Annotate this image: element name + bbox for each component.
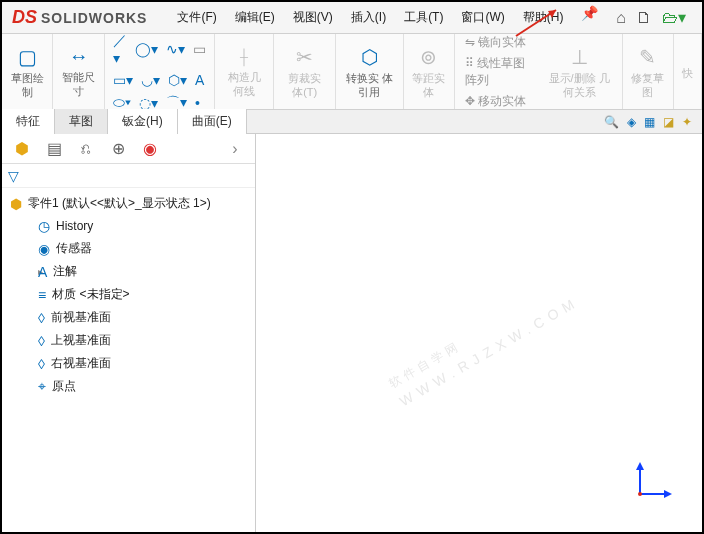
btn-mirror[interactable]: ⇋ 镜向实体 (465, 34, 527, 51)
btn-smart-dimension[interactable]: ↔ 智能尺 寸 (53, 34, 104, 109)
menu-insert[interactable]: 插入(I) (343, 5, 394, 30)
construction-icon: ⟊ (238, 45, 250, 68)
btn-construction-geom[interactable]: ⟊ 构造几 何线 (215, 34, 274, 109)
relations-icon: ⊥ (571, 45, 588, 69)
open-icon[interactable]: 🗁▾ (662, 8, 686, 27)
annotation-icon: A (38, 264, 47, 280)
sketch-entities-group: ／▾ ◯▾ ∿▾ ▭ ▭▾ ◡▾ ⬡▾ A ⬭▾ ◌▾ ⌒▾ • (105, 34, 215, 109)
menu-help[interactable]: 帮助(H) (515, 5, 572, 30)
plane-icon: ◊ (38, 310, 45, 326)
svg-marker-3 (636, 462, 644, 470)
rect-icon[interactable]: ▭ (193, 41, 206, 57)
feature-tree-tab-icon[interactable]: ⬢ (6, 139, 38, 158)
btn-move[interactable]: ✥ 移动实体 (465, 93, 527, 110)
view-orient-icon[interactable]: ◈ (627, 115, 636, 129)
btn-repair-sketch[interactable]: ✎ 修复草 图 (623, 34, 674, 109)
circle-icon[interactable]: ◯▾ (135, 41, 158, 57)
home-icon[interactable]: ⌂ (616, 9, 626, 27)
arc-icon[interactable]: ◡▾ (141, 72, 160, 88)
modify-sublist: ⇋ 镜向实体 ⠿ 线性草图阵列 ✥ 移动实体 (455, 34, 537, 109)
history-icon: ◷ (38, 218, 50, 234)
heads-up-toolbar: 🔍 ◈ ▦ ◪ ✦ (604, 115, 702, 129)
trim-icon: ✂ (296, 45, 313, 69)
tree-top-plane[interactable]: ◊ 上视基准面 (4, 329, 253, 352)
material-icon: ≡ (38, 287, 46, 303)
feature-manager-panel: ⬢ ▤ ⎌ ⊕ ◉ › ▽ ⬢ 零件1 (默认<<默认>_显示状态 1>) ◷ … (2, 134, 256, 532)
view-triad[interactable] (630, 460, 674, 504)
part-icon: ⬢ (10, 196, 22, 212)
btn-offset[interactable]: ⊚ 等距实 体 (404, 34, 455, 109)
title-bar: DS SOLIDWORKS 文件(F) 编辑(E) 视图(V) 插入(I) 工具… (2, 2, 702, 34)
plane-icon: ◊ (38, 356, 45, 372)
sensor-icon: ◉ (38, 241, 50, 257)
svg-marker-5 (664, 490, 672, 498)
tree-material[interactable]: ≡ 材质 <未指定> (4, 283, 253, 306)
app-logo: DS SOLIDWORKS (2, 7, 157, 28)
tab-surface[interactable]: 曲面(E) (178, 109, 247, 134)
logo-solidworks: SOLIDWORKS (41, 10, 147, 26)
quick-access-toolbar: ⌂ 🗋 🗁▾ (616, 8, 702, 27)
config-tab-icon[interactable]: ⎌ (70, 140, 102, 158)
btn-quick[interactable]: 快 (674, 34, 702, 109)
tree-root-part[interactable]: ⬢ 零件1 (默认<<默认>_显示状态 1>) (4, 192, 253, 215)
menu-file[interactable]: 文件(F) (169, 5, 224, 30)
appearance-icon[interactable]: ✦ (682, 115, 692, 129)
btn-trim[interactable]: ✂ 剪裁实 体(T) (274, 34, 336, 109)
section-icon[interactable]: ◪ (663, 115, 674, 129)
convert-icon: ⬡ (361, 45, 378, 69)
menu-bar: 文件(F) 编辑(E) 视图(V) 插入(I) 工具(T) 窗口(W) 帮助(H… (169, 5, 598, 30)
pin-icon[interactable]: 📌 (581, 5, 598, 30)
tree-annotations[interactable]: ▸ A 注解 (4, 260, 253, 283)
origin-icon: ⌖ (38, 378, 46, 395)
watermark: 软件自学网 WWW.RJZXW.COM (376, 257, 582, 410)
tree-history[interactable]: ◷ History (4, 215, 253, 237)
menu-view[interactable]: 视图(V) (285, 5, 341, 30)
plane-icon: ◊ (38, 333, 45, 349)
repair-icon: ✎ (639, 45, 656, 69)
sketch-icon: ▢ (18, 45, 37, 69)
tree-right-plane[interactable]: ◊ 右视基准面 (4, 352, 253, 375)
tree-sensors[interactable]: ◉ 传感器 (4, 237, 253, 260)
logo-ds: DS (12, 7, 37, 28)
tab-sketch[interactable]: 草图 (55, 109, 108, 134)
feature-tree: ⬢ 零件1 (默认<<默认>_显示状态 1>) ◷ History ◉ 传感器 … (2, 188, 255, 402)
main-area: ⬢ ▤ ⎌ ⊕ ◉ › ▽ ⬢ 零件1 (默认<<默认>_显示状态 1>) ◷ … (2, 134, 702, 532)
text-icon[interactable]: A (195, 72, 204, 88)
panel-tab-icons: ⬢ ▤ ⎌ ⊕ ◉ › (2, 134, 255, 164)
line-icon[interactable]: ／▾ (113, 32, 127, 66)
property-tab-icon[interactable]: ▤ (38, 139, 70, 158)
menu-window[interactable]: 窗口(W) (453, 5, 512, 30)
display-tab-icon[interactable]: ◉ (134, 139, 166, 158)
tree-origin[interactable]: ⌖ 原点 (4, 375, 253, 398)
mirror-icon: ⇋ (465, 35, 478, 49)
tree-front-plane[interactable]: ◊ 前视基准面 (4, 306, 253, 329)
menu-edit[interactable]: 编辑(E) (227, 5, 283, 30)
command-manager-tabs: 特征 草图 钣金(H) 曲面(E) 🔍 ◈ ▦ ◪ ✦ (2, 110, 702, 134)
ribbon: ▢ 草图绘 制 ↔ 智能尺 寸 ／▾ ◯▾ ∿▾ ▭ ▭▾ ◡▾ ⬡▾ A ⬭▾… (2, 34, 702, 110)
svg-point-6 (638, 492, 642, 496)
dimxpert-tab-icon[interactable]: ⊕ (102, 139, 134, 158)
offset-icon: ⊚ (420, 45, 437, 69)
dimension-icon: ↔ (69, 45, 89, 68)
zoom-fit-icon[interactable]: 🔍 (604, 115, 619, 129)
btn-show-hide-relations[interactable]: ⊥ 显示/删除 几何关系 (537, 34, 623, 109)
tree-filter[interactable]: ▽ (2, 164, 255, 188)
menu-tools[interactable]: 工具(T) (396, 5, 451, 30)
funnel-icon: ▽ (8, 168, 19, 184)
tab-sheetmetal[interactable]: 钣金(H) (108, 109, 178, 134)
new-doc-icon[interactable]: 🗋 (636, 9, 652, 27)
btn-linear-pattern[interactable]: ⠿ 线性草图阵列 (465, 55, 527, 89)
tab-feature[interactable]: 特征 (2, 109, 55, 134)
polygon-icon[interactable]: ⬡▾ (168, 72, 187, 88)
display-style-icon[interactable]: ▦ (644, 115, 655, 129)
pattern-icon: ⠿ (465, 56, 477, 70)
move-icon: ✥ (465, 94, 478, 108)
graphics-area[interactable]: 软件自学网 WWW.RJZXW.COM (256, 134, 702, 532)
btn-sketch-draw[interactable]: ▢ 草图绘 制 (2, 34, 53, 109)
rect2-icon[interactable]: ▭▾ (113, 72, 133, 88)
spline-icon[interactable]: ∿▾ (166, 41, 185, 57)
expand-icon[interactable]: › (219, 140, 251, 158)
btn-convert-entities[interactable]: ⬡ 转换实 体引用 (336, 34, 404, 109)
